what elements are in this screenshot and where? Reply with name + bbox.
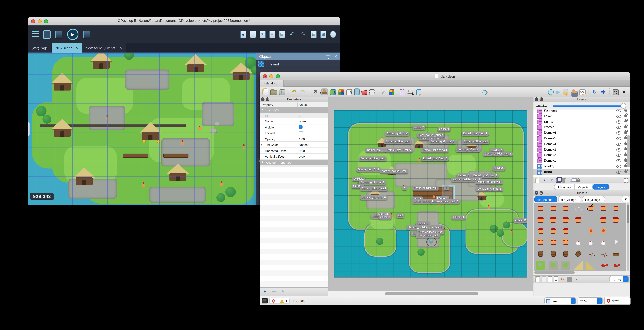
move-tool-icon[interactable]: ✚ xyxy=(600,88,607,95)
tile-chicken[interactable] xyxy=(574,238,583,248)
edit-doc-icon[interactable]: ✎ xyxy=(260,31,266,38)
map-label-thor-collider-wall[interactable]: Thor_collider_wall xyxy=(416,233,440,238)
console-icon[interactable] xyxy=(262,298,268,304)
same-tile-select-icon[interactable] xyxy=(389,89,394,95)
visibility-eye-icon[interactable] xyxy=(616,126,621,129)
map-label-kamien-collider-wall[interactable]: Kamien_collider_wall xyxy=(380,169,408,174)
layer-row-Domek2[interactable]: Domek2 xyxy=(534,152,630,158)
map-canvas-area[interactable]: collider7collider4Domek_graf_1 rafBees_c… xyxy=(328,97,534,296)
tile-viking-wave[interactable] xyxy=(598,204,608,214)
tile-viking-arms-up[interactable] xyxy=(561,238,570,248)
layer-row-Domek6[interactable]: Domek6 xyxy=(534,130,630,135)
commands-gear-icon[interactable]: ⚙ xyxy=(312,88,319,95)
open-folder-icon[interactable] xyxy=(270,90,277,95)
delete-tileset-icon[interactable] xyxy=(566,277,572,282)
float-panel-icon[interactable]: ❑ xyxy=(540,97,543,101)
property-group-tile-layer[interactable]: ▼Tile Layer xyxy=(260,107,328,113)
dock-tab-mini-map[interactable]: Mini-map xyxy=(554,184,575,190)
embed-tileset-icon[interactable] xyxy=(542,276,546,282)
export-tileset-icon[interactable] xyxy=(548,276,552,282)
object-list-item[interactable]: Island ⋮ xyxy=(256,60,340,69)
raise-layer-icon[interactable]: ▲ xyxy=(542,178,547,183)
lower-layer-icon[interactable]: ▼ xyxy=(549,178,554,183)
layer-row-krzesla[interactable]: krzesla xyxy=(534,124,630,130)
scrollbar-thumb[interactable] xyxy=(385,292,478,295)
layer-row-Domek4[interactable]: Domek4 xyxy=(534,141,630,146)
map-label-domek-collider-wall[interactable]: Domek_collider_wall xyxy=(475,180,503,185)
tile-feather[interactable] xyxy=(611,238,620,248)
tile-viking[interactable] xyxy=(561,204,570,214)
map-label-lawka-collider[interactable]: Lawka_collider xyxy=(412,199,432,204)
visibility-eye-icon[interactable] xyxy=(616,154,621,157)
close-panel-icon[interactable]: ✕ xyxy=(261,97,264,101)
visibility-eye-icon[interactable] xyxy=(616,131,621,135)
layer-list-scrollbar[interactable] xyxy=(627,135,630,167)
tile-barrel[interactable] xyxy=(536,250,545,259)
map-label-domek-graf-5-raf[interactable]: Domek_graf_5 raf xyxy=(456,148,480,152)
map-label-domek-graf-5-raf-6[interactable]: Domek_graf_5 raf_6 xyxy=(360,195,387,200)
bucket-fill-icon[interactable] xyxy=(338,89,344,95)
edit-polygons-icon[interactable] xyxy=(407,88,414,95)
opacity-slider-thumb[interactable] xyxy=(621,103,626,108)
tile-viking-claws[interactable] xyxy=(536,216,545,225)
unlock-icon[interactable] xyxy=(624,126,627,128)
tile-crab[interactable] xyxy=(611,261,620,270)
visibility-eye-icon[interactable] xyxy=(616,137,621,140)
layer-row-Lawki[interactable]: Lawki xyxy=(534,113,630,118)
tile-roof-left[interactable] xyxy=(574,261,583,270)
tile-empty[interactable] xyxy=(574,227,583,236)
map-label-collider6[interactable]: collider6 xyxy=(492,166,505,171)
tile-viking-claws[interactable] xyxy=(574,216,583,225)
issues-indicator[interactable]: 0 1 xyxy=(269,298,290,304)
new-tileset-icon[interactable] xyxy=(536,276,540,282)
scene-editor-canvas[interactable]: 929;343 xyxy=(28,53,256,205)
dice-random-icon[interactable] xyxy=(612,89,619,95)
tile-viking[interactable] xyxy=(548,204,558,214)
property-row-name[interactable]: Nameteren xyxy=(260,118,328,124)
layers-doc-icon[interactable]: ▤ xyxy=(279,31,285,38)
new-file-icon[interactable] xyxy=(262,88,268,95)
delete-layer-icon[interactable] xyxy=(562,179,566,183)
unlock-icon[interactable] xyxy=(624,142,627,145)
map-label-domek-graf-5-raf[interactable]: Domek_graf_5 raf xyxy=(356,167,380,172)
insert-polygon-icon[interactable] xyxy=(556,90,560,95)
eraser-icon[interactable] xyxy=(361,90,367,95)
news-button[interactable]: ! News xyxy=(604,297,630,305)
insert-rectangle-icon[interactable] xyxy=(416,89,421,95)
unlock-icon[interactable] xyxy=(624,131,627,134)
tile-wood-debris[interactable] xyxy=(598,250,608,259)
unlock-icon[interactable] xyxy=(624,170,627,173)
tile-viking[interactable] xyxy=(611,204,620,214)
panel-drag-handle[interactable] xyxy=(28,122,30,136)
map-label-domek-collider-wall[interactable]: Domek_collider_wall xyxy=(421,148,448,153)
mosaic-icon[interactable]: ▦ xyxy=(310,31,316,38)
redo-icon[interactable]: ↷ xyxy=(299,30,307,39)
map-label-s[interactable]: S xyxy=(402,186,407,190)
map-label-collider8[interactable]: collider8 xyxy=(378,215,392,220)
checkbox-unchecked[interactable] xyxy=(299,131,303,135)
undo-icon[interactable]: ↶ xyxy=(288,30,296,39)
tile-stone-tile[interactable] xyxy=(561,261,570,270)
current-layer-dropdown[interactable]: teren ▴▾ xyxy=(544,298,576,304)
map-label-domek-graf-1[interactable]: Domek_graf_1 xyxy=(366,148,386,153)
highlight-layer-icon[interactable] xyxy=(624,178,628,183)
filter-icon[interactable] xyxy=(326,55,330,59)
tile-chicken[interactable] xyxy=(586,238,595,248)
close-tab-icon[interactable]: ✕ xyxy=(75,46,78,50)
visibility-eye-icon[interactable] xyxy=(616,148,621,151)
unlock-icon[interactable] xyxy=(624,109,627,111)
zoom-icon[interactable]: 1:1 xyxy=(330,31,336,38)
tile-viking[interactable] xyxy=(536,204,545,214)
float-panel-icon[interactable]: ❑ xyxy=(266,97,269,101)
stamp-tool-icon[interactable] xyxy=(321,88,328,95)
tile-ellipse-marker[interactable] xyxy=(574,204,583,214)
tile-viking[interactable] xyxy=(548,227,558,236)
map-label-collider7[interactable]: collider7 xyxy=(412,125,426,130)
map-label-lawka-collider-wall-1[interactable]: Lawka_collider_wall_1 xyxy=(430,199,460,204)
scene-editor-icon[interactable] xyxy=(43,30,50,39)
rect-tool-icon[interactable] xyxy=(354,88,360,95)
layer-row-Scena[interactable]: Scena xyxy=(534,119,630,124)
tile-stone-tile[interactable] xyxy=(548,261,558,270)
visibility-eye-icon[interactable] xyxy=(616,165,621,168)
layer-row-Domek5[interactable]: Domek5 xyxy=(534,135,630,141)
